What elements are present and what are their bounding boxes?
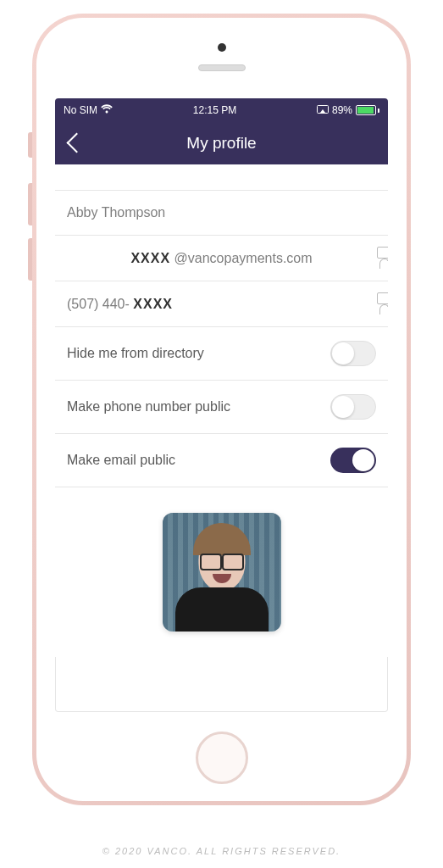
carrier-text: No SIM <box>64 104 97 116</box>
mute-switch <box>28 132 32 158</box>
battery-pct: 89% <box>332 104 352 116</box>
phone-prefix: (507) 440- <box>67 297 130 311</box>
screen-mirror-icon <box>317 104 329 116</box>
profile-content: Abby Thompson XXXX @vancopayments.com (5… <box>55 164 388 657</box>
home-button[interactable] <box>196 732 248 784</box>
email-public-toggle[interactable] <box>330 448 376 473</box>
profile-name: Abby Thompson <box>67 205 165 220</box>
email-masked: XXXX <box>130 251 170 265</box>
hide-directory-label: Hide me from directory <box>67 346 204 361</box>
phone-public-label: Make phone number public <box>67 399 230 415</box>
volume-down-button <box>28 238 32 281</box>
nav-bar: My profile <box>55 122 388 164</box>
clock-text: 12:15 PM <box>193 104 236 116</box>
phone-frame: No SIM 12:15 PM 89% <box>32 14 411 805</box>
profile-avatar[interactable] <box>163 513 281 632</box>
hide-directory-row: Hide me from directory <box>55 327 388 381</box>
email-row: XXXX @vancopayments.com <box>55 236 388 281</box>
volume-up-button <box>28 183 32 225</box>
page-title: My profile <box>55 134 388 153</box>
speaker-grille <box>198 64 246 71</box>
status-bar: No SIM 12:15 PM 89% <box>55 98 388 122</box>
camera-dot <box>218 43 226 52</box>
email-public-row: Make email public <box>55 434 388 487</box>
phone-row: (507) 440- XXXX <box>55 281 388 327</box>
wifi-icon <box>101 104 113 116</box>
battery-icon <box>356 105 379 115</box>
hide-directory-toggle[interactable] <box>330 341 376 366</box>
email-domain: @vancopayments.com <box>174 251 313 265</box>
screen: No SIM 12:15 PM 89% <box>55 98 388 712</box>
name-row[interactable]: Abby Thompson <box>55 190 388 236</box>
avatar-section <box>55 487 388 657</box>
phone-bezel: No SIM 12:15 PM 89% <box>36 18 407 801</box>
email-public-label: Make email public <box>67 453 175 468</box>
footer-copyright: © 2020 VANCO. ALL RIGHTS RESERVED. <box>0 846 443 856</box>
phone-masked: XXXX <box>133 297 173 311</box>
phone-public-row: Make phone number public <box>55 381 388 434</box>
phone-public-toggle[interactable] <box>330 394 376 420</box>
back-button[interactable] <box>67 133 79 153</box>
